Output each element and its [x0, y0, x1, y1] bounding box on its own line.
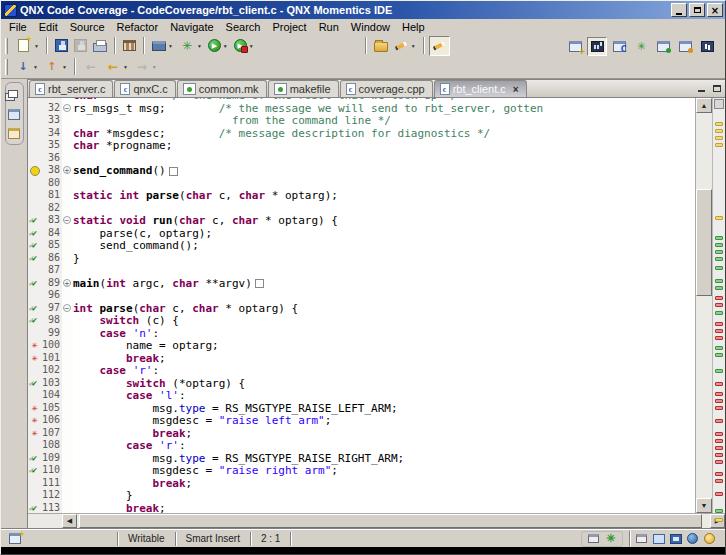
menu-help[interactable]: Help — [396, 20, 431, 34]
code-line[interactable]: 99 case 'n': — [28, 327, 695, 340]
fastview-gear-icon[interactable]: ✳ — [604, 533, 617, 545]
shortcut-window-icon[interactable] — [635, 533, 648, 545]
code-line[interactable]: 81static int parse(char c, char * optarg… — [28, 189, 695, 202]
code-line[interactable]: ✔97−int parse(char c, char * optarg) { — [28, 302, 695, 315]
code-line[interactable]: 96 — [28, 289, 695, 302]
minimize-button[interactable] — [671, 3, 687, 17]
code-line[interactable]: ✔85 send_command(); — [28, 239, 695, 252]
print-button[interactable] — [90, 36, 110, 56]
editor-tab[interactable]: crbt_server.c — [29, 80, 113, 97]
open-file-button[interactable] — [371, 36, 391, 56]
overview-mark-covered[interactable] — [715, 346, 723, 350]
new-fastview-icon[interactable] — [9, 533, 21, 544]
import-button[interactable]: ↓▼ — [12, 57, 41, 77]
overview-mark-covered[interactable] — [715, 369, 723, 373]
dropdown-arrow-icon[interactable]: ▼ — [62, 64, 67, 70]
overview-mark-partial[interactable] — [715, 216, 723, 220]
export-button[interactable]: ↑▼ — [41, 57, 70, 77]
code-line[interactable]: ✔113 break; — [28, 502, 695, 514]
scroll-up-button[interactable]: ▲ — [696, 98, 712, 113]
fold-toggle-icon[interactable]: − — [62, 102, 73, 115]
overview-mark-uncovered[interactable] — [715, 439, 723, 443]
dropdown-arrow-icon[interactable]: ▼ — [34, 43, 39, 49]
perspective-target[interactable] — [653, 37, 673, 56]
editor-tab[interactable]: cqnxC.c — [114, 80, 175, 97]
overview-mark-uncovered[interactable] — [715, 472, 723, 476]
save-button[interactable] — [52, 36, 71, 56]
menu-window[interactable]: Window — [345, 20, 396, 34]
shortcut-console-icon[interactable] — [669, 533, 682, 545]
overview-mark-uncovered[interactable] — [715, 406, 723, 410]
overview-mark-covered[interactable] — [715, 266, 723, 270]
fold-toggle-icon[interactable]: + — [62, 277, 73, 290]
code-line[interactable]: ✔98 switch (c) { — [28, 314, 695, 327]
code-line[interactable]: 112 } — [28, 489, 695, 502]
toolbar-grip[interactable] — [5, 38, 8, 54]
dropdown-arrow-icon[interactable]: ▼ — [33, 64, 38, 70]
code-line[interactable]: ✳100 name = optarg; — [28, 339, 695, 352]
overview-mark-uncovered[interactable] — [715, 296, 723, 300]
perspective-sysinfo[interactable] — [675, 37, 695, 56]
last-edit-location-button[interactable]: ← — [80, 57, 102, 77]
scroll-down-button[interactable]: ▼ — [696, 498, 712, 513]
tab-close-icon[interactable]: × — [513, 84, 519, 95]
overview-ruler[interactable] — [712, 98, 725, 513]
dropdown-arrow-icon[interactable]: ▼ — [152, 64, 157, 70]
menu-project[interactable]: Project — [266, 20, 312, 34]
view-projects[interactable] — [8, 109, 20, 120]
overview-mark-partial[interactable] — [715, 136, 723, 140]
overview-mark-uncovered[interactable] — [715, 303, 723, 307]
code-line[interactable]: 80 — [28, 177, 695, 190]
new-wizard-button[interactable]: ▼ — [12, 36, 42, 56]
shortcut-clock-icon[interactable] — [703, 533, 716, 545]
menu-refactor[interactable]: Refactor — [111, 20, 165, 34]
run-button[interactable]: ▶▼ — [205, 36, 231, 56]
code-line[interactable]: ✳106 msgdesc = "raise left arm"; — [28, 414, 695, 427]
minimize-editor-button[interactable] — [695, 82, 708, 94]
dropdown-arrow-icon[interactable]: ▼ — [411, 43, 416, 49]
overview-mark-uncovered[interactable] — [715, 432, 723, 436]
overview-mark-partial[interactable] — [715, 518, 723, 522]
dropdown-arrow-icon[interactable]: ▼ — [223, 43, 228, 49]
build-button[interactable] — [120, 36, 139, 56]
perspective-code-coverage[interactable] — [587, 37, 607, 56]
overview-mark-uncovered[interactable] — [715, 336, 723, 340]
code-line[interactable]: ✔83−static void run(char c, char * optar… — [28, 214, 695, 227]
code-line[interactable]: ✳107 break; — [28, 427, 695, 440]
overview-mark-uncovered[interactable] — [715, 492, 723, 496]
maximize-editor-button[interactable] — [710, 82, 723, 94]
dropdown-arrow-icon[interactable]: ▼ — [168, 43, 173, 49]
horizontal-scrollbar[interactable]: ◀ ▶ — [28, 513, 725, 528]
menu-navigate[interactable]: Navigate — [164, 20, 219, 34]
menu-run[interactable]: Run — [313, 20, 345, 34]
fastview-restore[interactable] — [8, 90, 18, 98]
code-line[interactable]: 108 case 'r': — [28, 439, 695, 452]
menu-search[interactable]: Search — [220, 20, 267, 34]
vertical-scrollbar[interactable]: ▲ ▼ — [695, 98, 712, 513]
code-line[interactable]: 82 — [28, 202, 695, 215]
overview-mark-partial[interactable] — [715, 129, 723, 133]
vertical-scroll-thumb[interactable] — [696, 189, 712, 296]
overview-mark-covered[interactable] — [715, 509, 723, 513]
maximize-button[interactable] — [689, 3, 705, 17]
overview-mark-uncovered[interactable] — [715, 419, 723, 423]
menu-file[interactable]: File — [3, 20, 33, 34]
overview-mark-covered[interactable] — [715, 257, 723, 261]
overview-mark-covered[interactable] — [715, 243, 723, 247]
code-editor[interactable]: char /* the name of the robot that we lo… — [28, 98, 695, 513]
shortcut-globe-icon[interactable] — [686, 533, 699, 545]
code-line[interactable]: ✳101 break; — [28, 352, 695, 365]
dropdown-arrow-icon[interactable]: ▼ — [123, 64, 128, 70]
overview-mark-uncovered[interactable] — [715, 392, 723, 396]
overview-mark-uncovered[interactable] — [715, 460, 723, 464]
overview-mark-uncovered[interactable] — [715, 329, 723, 333]
overview-mark-uncovered[interactable] — [715, 322, 723, 326]
code-line[interactable]: ✔109 msg.type = RS_MSGTYPE_RAISE_RIGHT_A… — [28, 452, 695, 465]
perspective-debug[interactable]: ✳ — [631, 37, 651, 56]
folded-region-icon[interactable] — [255, 279, 264, 288]
highlight-toggle-button[interactable] — [429, 36, 450, 56]
dropdown-arrow-icon[interactable]: ▼ — [197, 43, 202, 49]
fastview-window-icon[interactable] — [587, 533, 600, 545]
code-line[interactable]: ✔110 msgdesc = "raise right arm"; — [28, 464, 695, 477]
shortcut-table-icon[interactable] — [652, 533, 665, 545]
